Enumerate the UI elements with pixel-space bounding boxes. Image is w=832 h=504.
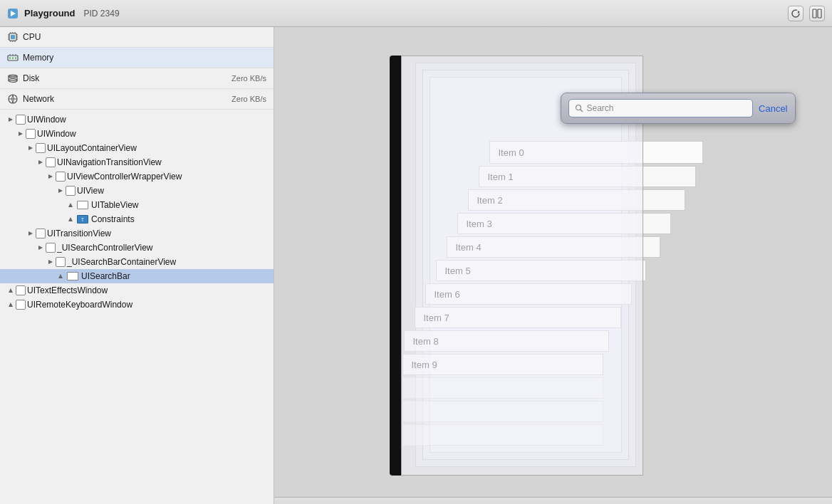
svg-marker-46	[9, 303, 13, 307]
tree-item-uilayoutcontainerview[interactable]: UILayoutContainerView	[0, 141, 274, 155]
network-label: Network	[23, 94, 227, 104]
network-metric[interactable]: Network Zero KB/s	[0, 89, 274, 110]
label-uiview: UIView	[77, 186, 104, 196]
disclosure-constraints[interactable]	[66, 214, 76, 224]
disclosure-uilayout[interactable]	[26, 143, 36, 153]
svg-point-47	[576, 105, 581, 110]
tree-item-uiwindow-root[interactable]: UIWindow	[0, 112, 274, 127]
checkbox-uivcwrapper[interactable]	[56, 172, 66, 182]
checkbox-uiwindow-root[interactable]	[16, 115, 26, 125]
tree-item-uivcwrapper[interactable]: UIViewControllerWrapperView	[0, 169, 274, 184]
svg-point-30	[14, 80, 16, 81]
search-placeholder-text: Search	[587, 103, 614, 113]
memory-label: Memory	[23, 53, 266, 63]
disclosure-uisearchbarcontainer[interactable]	[46, 257, 56, 267]
tree-item-uisearchcontrollerview[interactable]: _UISearchControllerView	[0, 241, 274, 255]
top-bar: Playground PID 2349	[0, 0, 832, 27]
tree-item-uitransitionview[interactable]: UITransitionView	[0, 226, 274, 241]
svg-marker-43	[48, 260, 53, 264]
svg-marker-33	[9, 117, 13, 122]
tree-item-uiremotekeyboard[interactable]: UIRemoteKeyboardWindow	[0, 298, 274, 312]
label-uitransition: UITransitionView	[47, 229, 111, 238]
cpu-metric[interactable]: CPU	[0, 27, 274, 48]
icon-uitableview	[77, 201, 88, 209]
checkbox-uisearchcontroller[interactable]	[46, 243, 56, 253]
label-uisearchbar: UISearchBar	[81, 271, 130, 281]
label-uitableview: UITableView	[91, 200, 138, 210]
checkbox-uiwindow-child[interactable]	[26, 129, 36, 139]
main-layout: CPU Memory Disk Zero KB/s	[0, 27, 832, 504]
svg-rect-5	[818, 9, 821, 18]
cpu-icon	[7, 31, 19, 43]
disclosure-uitableview[interactable]	[66, 200, 76, 210]
tree-item-uisearchbar[interactable]: UISearchBar	[0, 269, 274, 283]
tree-item-uiwindow-child[interactable]: UIWindow	[0, 127, 274, 141]
simulator-area: Item 0 Item 1 Item 2 Item 3 Item 4 Item …	[274, 27, 832, 497]
tree-item-uinavtransition[interactable]: UINavigationTransitionView	[0, 155, 274, 169]
label-uitexteffects: UITextEffectsWindow	[27, 285, 108, 295]
tree-item-uisearchbarcontainer[interactable]: _UISearchBarContainerView	[0, 255, 274, 269]
svg-marker-35	[28, 146, 33, 150]
app-icon	[7, 8, 19, 19]
label-constraints: Constraints	[91, 214, 135, 224]
checkbox-uiview[interactable]	[66, 186, 76, 196]
icon-uisearchbar	[67, 272, 78, 280]
cpu-label: CPU	[23, 32, 266, 42]
network-icon	[7, 93, 19, 105]
svg-rect-22	[12, 57, 14, 59]
disk-metric[interactable]: Disk Zero KB/s	[0, 68, 274, 89]
svg-marker-42	[38, 246, 43, 250]
disclosure-uisearchcontroller[interactable]	[36, 243, 46, 253]
label-uisearchbarcontainer: _UISearchBarContainerView	[67, 257, 176, 267]
label-uiremotekeyboard: UIRemoteKeyboardWindow	[27, 300, 132, 310]
cancel-button[interactable]: Cancel	[759, 103, 787, 114]
search-icon	[575, 104, 583, 112]
network-value: Zero KB/s	[232, 95, 266, 103]
label-uilayout: UILayoutContainerView	[47, 143, 137, 153]
app-title: Playground	[24, 8, 76, 19]
checkbox-uitransition[interactable]	[36, 229, 46, 238]
refresh-button[interactable]	[788, 6, 804, 21]
disclosure-uitexteffects[interactable]	[6, 285, 16, 295]
split-button[interactable]	[809, 6, 825, 21]
search-field[interactable]: Search	[568, 99, 754, 117]
disk-icon	[7, 73, 19, 84]
label-uiwindow-root: UIWindow	[27, 115, 66, 125]
view-hierarchy-tree: UIWindow UIWindow UILayoutContainerView	[0, 110, 274, 504]
checkbox-uinavtransition[interactable]	[46, 157, 56, 167]
tree-item-uitableview[interactable]: UITableView	[0, 198, 274, 212]
disclosure-uisearchbar[interactable]	[56, 271, 66, 281]
svg-rect-7	[11, 35, 15, 39]
checkbox-uitexteffects[interactable]	[16, 285, 26, 295]
label-uinavtransition: UINavigationTransitionView	[57, 157, 162, 167]
svg-rect-21	[9, 57, 11, 59]
label-uiwindow-child: UIWindow	[37, 129, 76, 139]
checkbox-uisearchbarcontainer[interactable]	[56, 257, 66, 267]
content-area: Item 0 Item 1 Item 2 Item 3 Item 4 Item …	[274, 27, 832, 504]
svg-marker-3	[798, 11, 800, 14]
disclosure-uiremotekeyboard[interactable]	[6, 300, 16, 310]
disclosure-uinavtransition[interactable]	[36, 157, 46, 167]
app-pid: PID 2349	[84, 9, 120, 19]
svg-marker-40	[68, 217, 73, 221]
sidebar: CPU Memory Disk Zero KB/s	[0, 27, 274, 504]
checkbox-uiremotekeyboard[interactable]	[16, 300, 26, 310]
checkbox-uilayout[interactable]	[36, 143, 46, 153]
tree-item-uiview[interactable]: UIView	[0, 184, 274, 198]
svg-rect-4	[813, 9, 816, 18]
svg-marker-37	[48, 174, 53, 179]
disclosure-uivcwrapper[interactable]	[46, 172, 56, 182]
label-uivcwrapper: UIViewControllerWrapperView	[67, 172, 182, 182]
svg-marker-44	[58, 274, 63, 278]
disclosure-uiwindow-root[interactable]	[6, 115, 16, 125]
disclosure-uiwindow-child[interactable]	[16, 129, 26, 139]
disk-label: Disk	[23, 73, 227, 83]
memory-metric[interactable]: Memory	[0, 48, 274, 68]
tree-item-uitexteffectswindow[interactable]: UITextEffectsWindow	[0, 283, 274, 298]
svg-marker-41	[28, 231, 33, 236]
svg-marker-39	[68, 203, 73, 207]
disk-value: Zero KB/s	[232, 74, 266, 83]
disclosure-uiview[interactable]	[56, 186, 66, 196]
disclosure-uitransition[interactable]	[26, 229, 36, 238]
tree-item-constraints[interactable]: T Constraints	[0, 212, 274, 226]
